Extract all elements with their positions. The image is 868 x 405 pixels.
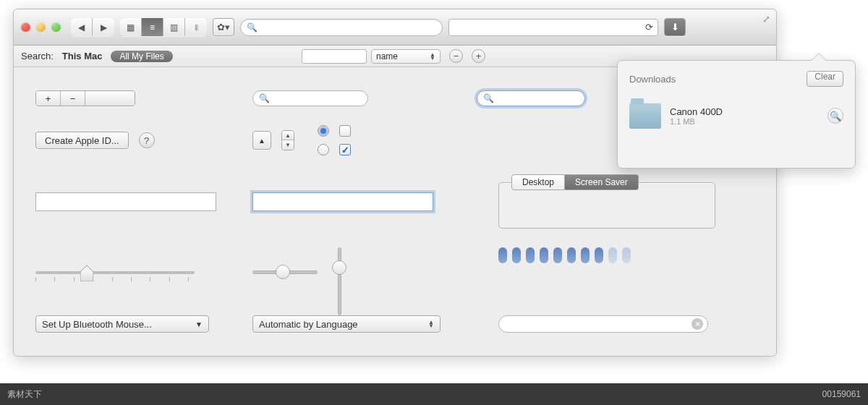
stepper[interactable]: ▲ ▼ — [281, 130, 294, 150]
view-icon-grid[interactable]: ▦ — [120, 18, 142, 36]
clear-downloads-button[interactable]: Clear — [807, 71, 843, 87]
toolbar-url-field[interactable]: ⟳ — [448, 19, 658, 36]
updown-icon: ▲▼ — [428, 320, 434, 328]
search-icon: 🔍 — [830, 111, 841, 122]
clear-downloads-label: Clear — [814, 72, 835, 82]
traffic-lights — [21, 22, 61, 32]
tab-screensaver-label: Screen Saver — [575, 177, 628, 187]
download-item-name: Canon 400D — [670, 106, 723, 117]
minimize-icon[interactable] — [36, 22, 46, 32]
remove-criterion-button[interactable]: − — [449, 49, 463, 63]
add-criterion-button[interactable]: + — [472, 49, 485, 63]
download-icon: ⬇ — [671, 22, 679, 33]
nav-forward-button[interactable]: ▶ — [93, 18, 114, 36]
download-item[interactable]: Canon 400D 1.1 MB 🔍 — [629, 103, 843, 129]
close-icon[interactable] — [21, 22, 30, 32]
search-icon: 🔍 — [259, 93, 270, 103]
level-indicator — [498, 247, 752, 263]
segmented-minus[interactable]: − — [61, 91, 85, 106]
horizontal-slider[interactable] — [252, 261, 318, 283]
updown-icon: ▲▼ — [430, 53, 435, 60]
help-button[interactable]: ? — [139, 132, 155, 148]
filter-attribute-label: name — [376, 51, 398, 61]
language-popup-button[interactable]: Automatic by Language ▲▼ — [252, 315, 441, 333]
stepper-down[interactable]: ▼ — [282, 140, 294, 150]
bluetooth-popup-label: Set Up Bluetooth Mouse... — [42, 319, 152, 330]
view-mode-group[interactable]: ▦ ≡ ▥ ⫴ — [120, 18, 207, 36]
tab-screensaver[interactable]: Screen Saver — [565, 174, 639, 190]
search-scope-this-mac[interactable]: This Mac — [62, 51, 103, 61]
fullscreen-icon[interactable]: ⤢ — [762, 14, 770, 25]
help-icon: ? — [144, 135, 149, 146]
titlebar: ◀ ▶ ▦ ≡ ▥ ⫴ ✿▾ 🔍 ⟳ ⬇ ⤢ — [14, 9, 776, 46]
reload-icon[interactable]: ⟳ — [645, 22, 653, 33]
vertical-slider[interactable] — [328, 247, 349, 297]
search-icon: 🔍 — [483, 93, 494, 103]
view-coverflow[interactable]: ⫴ — [185, 18, 207, 36]
text-field-focused[interactable] — [252, 192, 433, 211]
reveal-in-finder-button[interactable]: 🔍 — [827, 108, 843, 124]
download-item-size: 1.1 MB — [670, 117, 723, 126]
footer-left: 素材天下 — [7, 388, 42, 401]
chevron-down-icon: ▼ — [195, 320, 203, 328]
gear-icon: ✿▾ — [217, 22, 230, 33]
downloads-button[interactable]: ⬇ — [664, 18, 686, 36]
nav-back-forward[interactable]: ◀ ▶ — [71, 18, 114, 36]
page-footer: 素材天下 00159061 — [0, 383, 868, 405]
tab-desktop[interactable]: Desktop — [511, 174, 565, 190]
folder-icon — [629, 103, 661, 129]
radio-unselected[interactable] — [318, 144, 329, 155]
zoom-icon[interactable] — [51, 22, 61, 32]
radio-selected[interactable] — [318, 125, 329, 137]
triangle-up-icon: ▲ — [258, 137, 265, 145]
create-apple-id-button[interactable]: Create Apple ID... — [35, 132, 129, 149]
downloads-title: Downloads — [629, 74, 676, 85]
checkbox-checked[interactable]: ✓ — [339, 144, 351, 155]
token-field[interactable]: ✕ — [498, 315, 708, 333]
search-scope-all-files[interactable]: All My Files — [111, 51, 172, 62]
segmented-plus[interactable]: + — [36, 91, 61, 106]
nav-back-button[interactable]: ◀ — [71, 18, 93, 36]
downloads-popover: Downloads Clear Canon 400D 1.1 MB 🔍 — [617, 60, 856, 169]
slider-thumb-icon[interactable] — [332, 260, 346, 275]
language-popup-label: Automatic by Language — [259, 319, 358, 330]
text-field[interactable] — [35, 192, 216, 211]
checkbox-unchecked[interactable] — [339, 125, 351, 137]
window: ◀ ▶ ▦ ≡ ▥ ⫴ ✿▾ 🔍 ⟳ ⬇ ⤢ Search: This Mac … — [13, 9, 777, 357]
slider-thumb-icon[interactable] — [80, 265, 93, 281]
create-apple-id-label: Create Apple ID... — [45, 135, 119, 146]
tab-view: Desktop Screen Saver — [498, 174, 715, 229]
segmented-add-remove[interactable]: + − — [35, 90, 135, 106]
view-list[interactable]: ≡ — [142, 18, 163, 36]
tab-desktop-label: Desktop — [522, 177, 554, 187]
view-columns[interactable]: ▥ — [163, 18, 185, 36]
action-menu-button[interactable]: ✿▾ — [213, 18, 234, 36]
round-search-field[interactable]: 🔍 — [252, 90, 368, 106]
filter-attribute-select[interactable]: name ▲▼ — [371, 49, 441, 64]
filter-value-input[interactable] — [302, 49, 367, 64]
slider-thumb-icon[interactable] — [276, 265, 290, 279]
clear-icon[interactable]: ✕ — [692, 318, 703, 330]
footer-right: 00159061 — [822, 389, 861, 399]
square-up-button[interactable]: ▲ — [252, 131, 271, 150]
search-icon: 🔍 — [247, 22, 258, 33]
tick-slider[interactable] — [35, 261, 195, 283]
toolbar-search[interactable]: 🔍 — [240, 19, 443, 36]
round-search-field-focused[interactable]: 🔍 — [477, 90, 585, 106]
search-label: Search: — [21, 51, 54, 61]
stepper-up[interactable]: ▲ — [282, 131, 294, 140]
segmented-blank[interactable] — [85, 91, 135, 106]
bluetooth-popup-button[interactable]: Set Up Bluetooth Mouse... ▼ — [35, 315, 209, 333]
